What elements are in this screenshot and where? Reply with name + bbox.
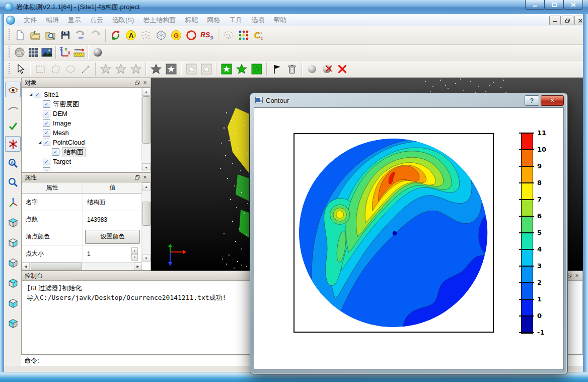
view-cube-left-button[interactable] — [5, 255, 21, 271]
checkbox[interactable]: ✓ — [43, 100, 50, 108]
zoom-button[interactable] — [5, 174, 21, 190]
scroll-left-icon[interactable]: ◀ — [22, 263, 30, 270]
point-size-value[interactable]: 1 — [87, 250, 91, 258]
square-star-pale-2-button[interactable] — [199, 61, 214, 77]
square-star-dark-button[interactable] — [164, 61, 179, 77]
panel-close-icon[interactable]: ✕ — [141, 80, 149, 86]
origin-axes-button[interactable] — [5, 195, 21, 210]
star-green-button[interactable] — [234, 61, 249, 77]
sphere-tool-button[interactable] — [305, 61, 320, 77]
mesh-prism-button[interactable] — [154, 28, 169, 43]
scrollbar-thumb[interactable] — [142, 202, 151, 226]
scroll-up-icon[interactable]: ▲ — [142, 88, 151, 96]
panel-close-icon[interactable]: ✕ — [573, 273, 580, 279]
square-star-green-button[interactable] — [219, 61, 234, 77]
checkbox[interactable]: ✓ — [43, 110, 50, 117]
dialog-close-button[interactable]: ✕ — [541, 95, 564, 106]
image-view-button[interactable] — [40, 46, 53, 59]
checkbox[interactable]: ✓ — [43, 119, 50, 127]
geology-button[interactable]: G — [169, 28, 184, 43]
menu-edit[interactable]: 编辑 — [41, 14, 63, 26]
pick-point-button[interactable] — [78, 61, 93, 77]
title-bar[interactable]: 岩体勘测V2.1.1[64] - [Site1]-结构面.project — [0, 0, 588, 14]
properties-hscrollbar[interactable]: ◀ ▶ — [22, 263, 142, 270]
axes-view-button[interactable]: ZYX — [58, 46, 72, 59]
checkbox[interactable]: ✓ — [52, 148, 59, 156]
scrollbar-thumb[interactable] — [31, 263, 82, 270]
menu-rock-structure[interactable]: 岩土结构面 — [138, 14, 180, 26]
tree-item-site1[interactable]: ◢✓Site1 — [23, 90, 141, 99]
property-value[interactable]: 143983 — [83, 211, 142, 228]
mdi-restore-button[interactable] — [562, 16, 573, 25]
globe-view-button[interactable] — [13, 46, 26, 59]
toolbar-grip[interactable] — [9, 46, 10, 58]
tree-item-pointcloud[interactable]: ◢✓PointCloud — [23, 138, 141, 147]
checkbox[interactable]: ✓ — [34, 91, 41, 98]
tree-item-target[interactable]: ✓Target — [23, 157, 141, 166]
visibility-eye-button[interactable] — [5, 82, 21, 97]
scroll-up-icon[interactable]: ▲ — [142, 182, 151, 190]
contour-dialog-titlebar[interactable]: Contour — [250, 93, 567, 107]
view-cube-top-button[interactable] — [5, 215, 21, 230]
annotation-button[interactable]: A — [123, 28, 138, 43]
delete-all-button[interactable] — [335, 61, 350, 77]
square-star-pale-1-button[interactable] — [184, 61, 199, 77]
close-button[interactable] — [563, 0, 583, 10]
checkbox[interactable]: ✓ — [43, 167, 50, 171]
import-site-button[interactable]: site — [73, 28, 88, 43]
view-cube-front-button[interactable] — [5, 295, 21, 311]
scrollbar-thumb[interactable] — [142, 96, 151, 144]
properties-scrollbar[interactable]: ▲ ▼ — [141, 182, 151, 262]
delete-selection-button[interactable] — [284, 61, 300, 77]
registration-button[interactable] — [108, 28, 123, 43]
measure-button[interactable] — [72, 46, 86, 59]
menu-file[interactable]: 文件 — [19, 14, 41, 26]
tree-item-structure-plane[interactable]: ✓结构面 — [23, 147, 141, 157]
objects-tree-scrollbar[interactable]: ▲ ▼ — [141, 88, 151, 171]
open-recent-button[interactable] — [43, 28, 58, 43]
command-c-button[interactable]: C12 — [251, 28, 266, 43]
flag-button[interactable] — [269, 61, 284, 77]
star-dark-button[interactable] — [149, 61, 164, 77]
maximize-button[interactable] — [544, 0, 564, 10]
menu-mesh[interactable]: 网格 — [202, 14, 225, 26]
zoom-all-button[interactable]: A — [5, 155, 21, 171]
expander-icon[interactable]: ◢ — [28, 92, 34, 97]
checkbox[interactable]: ✓ — [43, 139, 50, 146]
menu-target[interactable]: 标靶 — [180, 14, 202, 26]
expander-icon[interactable]: ◢ — [37, 140, 43, 145]
select-rect-button[interactable] — [33, 61, 48, 77]
sphere-delete-button[interactable] — [320, 61, 335, 77]
tree-item-dem[interactable]: ✓DEM — [23, 109, 141, 118]
section-arc-button[interactable] — [5, 100, 21, 115]
square-star-green-outline-button[interactable] — [249, 61, 264, 77]
import-button[interactable] — [88, 28, 103, 43]
tree-item-clipped[interactable]: ✓ — [23, 166, 141, 171]
view-cube-top-left-button[interactable] — [5, 315, 21, 331]
view-cube-top-right-button[interactable] — [5, 275, 21, 291]
set-color-button[interactable]: 设置颜色 — [85, 230, 140, 244]
new-project-button[interactable] — [13, 28, 28, 43]
select-lasso-button[interactable] — [63, 61, 78, 77]
stereonet-button[interactable] — [221, 28, 236, 43]
select-cursor-button[interactable] — [13, 61, 28, 77]
select-polygon-button[interactable] — [48, 61, 63, 77]
objects-panel-titlebar[interactable]: 对象 ✕ — [21, 78, 151, 88]
scroll-down-icon[interactable]: ▼ — [142, 163, 151, 171]
menu-select[interactable]: 选取(S) — [108, 14, 138, 26]
classify-colors-button[interactable] — [236, 28, 251, 43]
view-cube-right-button[interactable] — [5, 235, 21, 250]
grid-view-button[interactable] — [26, 46, 40, 59]
render-sphere-button[interactable] — [91, 46, 104, 59]
dialog-help-button[interactable]: ? — [525, 95, 539, 106]
checkbox[interactable]: ✓ — [43, 158, 50, 165]
properties-panel-titlebar[interactable]: 属性 ✕ — [21, 172, 151, 182]
menu-display[interactable]: 显示 — [63, 14, 86, 26]
tree-item-image[interactable]: ✓Image — [23, 118, 141, 128]
open-project-button[interactable] — [28, 28, 43, 43]
rsp-button[interactable]: RSp — [199, 28, 216, 43]
star-tool-2-button[interactable] — [113, 61, 128, 77]
validate-check-button[interactable] — [5, 118, 21, 134]
save-button[interactable] — [58, 28, 73, 43]
toolbar-grip[interactable] — [9, 29, 10, 41]
